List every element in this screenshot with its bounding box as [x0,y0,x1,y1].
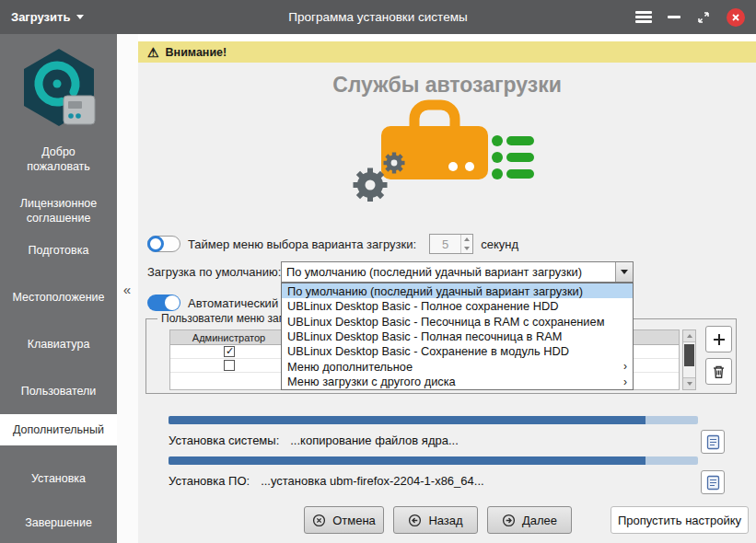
dropdown-option[interactable]: UBLinux Desktop Basic - Песочница в RAM … [282,314,633,329]
default-boot-label: Загрузка по умолчанию: [147,265,281,279]
sidebar-item-keyboard[interactable]: Клавиатура [10,337,107,352]
software-install-status: ...установка ubm-firefox-2204-1-x86_64..… [261,474,484,488]
sidebar-item-additional[interactable]: Дополнительный [0,414,117,445]
spin-down-button[interactable] [461,244,472,253]
admin-column-header: Администратор [170,330,288,344]
autostart-services-illustration [343,98,536,205]
default-boot-combobox[interactable]: По умолчанию (последний удачный вариант … [281,261,634,283]
close-icon [731,13,740,22]
system-install-label: Установка системы: [169,433,279,447]
installer-window: Загрузить Программа установки системы [0,0,756,543]
sidebar-item-preparation[interactable]: Подготовка [10,243,107,258]
system-log-button[interactable] [701,430,725,454]
log-icon [706,434,720,450]
expand-icon [696,10,711,25]
combobox-dropdown-button[interactable] [615,262,633,282]
dropdown-option[interactable]: UBLinux Desktop Basic - Полное сохранени… [282,298,633,313]
window-controls [635,0,745,34]
drive-handle [414,105,455,126]
timer-seconds-value: 5 [430,235,460,253]
toggle-knob [165,295,180,310]
progress-fill [169,416,646,424]
scrollbar-thumb[interactable] [684,344,694,366]
sidebar-collapse-button[interactable]: « [119,280,135,298]
page-title: Службы автозагрузки [138,73,756,98]
progress-fill [169,456,646,465]
warning-banner: ⚠ Внимание! [138,41,756,63]
sidebar-item-users[interactable]: Пользователи [10,384,107,399]
sidebar-item-welcome[interactable]: Добро пожаловать [10,144,107,174]
default-boot-row: Загрузка по умолчанию: [147,261,281,282]
admin-checkbox-checked[interactable] [224,346,235,357]
sidebar-item-install[interactable]: Установка [10,471,107,486]
sidebar-item-location[interactable]: Местоположение [10,290,107,305]
back-button[interactable]: Назад [393,506,478,534]
boot-timer-label: Таймер меню выбора варианта загрузки: [188,237,416,251]
close-button[interactable] [727,8,745,27]
dropdown-option[interactable]: UBLinux Desktop Basic - Полная песочница… [282,329,633,343]
chevron-down-icon [621,270,628,274]
gear-icon [354,168,388,202]
submenu-arrow-icon: › [623,375,627,388]
toggle-knob [147,236,164,252]
log-icon [706,475,720,491]
maximize-button[interactable] [696,10,711,25]
delete-user-button[interactable] [705,358,732,385]
timer-unit-label: секунд [481,237,518,251]
trash-icon [712,364,726,379]
small-gear-icon [384,153,405,174]
add-user-button[interactable] [705,326,732,352]
submenu-arrow-icon: › [623,360,627,373]
software-install-label: Установка ПО: [169,474,250,488]
titlebar: Загрузить Программа установки системы [0,0,756,34]
warning-label: Внимание! [166,46,227,59]
auto-login-toggle[interactable] [147,295,180,311]
dropdown-option[interactable]: По умолчанию (последний удачный вариант … [282,283,633,298]
spin-up-button[interactable] [461,235,472,244]
cancel-button[interactable]: Отмена [304,506,384,534]
timer-seconds-spinbox[interactable]: 5 [429,234,473,254]
table-scrollbar[interactable] [682,329,696,390]
next-arrow-icon [502,514,516,527]
software-log-button[interactable] [701,470,725,494]
admin-checkbox-unchecked[interactable] [224,360,235,371]
dropdown-option[interactable]: UBLinux Desktop Basic - Сохранение в мод… [282,344,633,359]
dropdown-option-submenu[interactable]: Меню загрузки с другого диска› [282,375,633,389]
ublinux-logo [17,47,100,135]
boot-options-dropdown: По умолчанию (последний удачный вариант … [281,283,634,390]
system-install-row: Установка системы: ...копирование файлов… [169,431,693,449]
software-install-progressbar [169,456,698,465]
sidebar-item-license[interactable]: Лицензионное соглашение [10,196,107,225]
sidebar-item-finish[interactable]: Завершение [10,515,107,530]
back-arrow-icon [408,514,422,527]
drive-body [381,126,488,179]
main-panel: ⚠ Внимание! Службы автозагрузки [138,34,756,543]
next-button[interactable]: Далее [487,506,572,534]
system-install-status: ...копирование файлов ядра... [290,433,459,447]
hamburger-menu-button[interactable] [635,11,652,23]
warning-icon: ⚠ [147,46,159,59]
combobox-selected-value: По умолчанию (последний удачный вариант … [282,265,615,279]
software-install-row: Установка ПО: ...установка ubm-firefox-2… [169,471,693,490]
boot-timer-toggle[interactable] [147,236,180,252]
scroll-up-button[interactable] [683,330,695,342]
skip-settings-button[interactable]: Пропустить настройку [611,506,749,534]
plus-icon [713,333,726,346]
dropdown-option-submenu[interactable]: Меню дополнительное› [282,359,633,374]
boot-list-icon [492,135,534,179]
minimize-button[interactable] [668,16,680,18]
boot-timer-row: Таймер меню выбора варианта загрузки: 5 … [147,233,518,255]
cancel-icon [312,514,326,527]
system-install-progressbar [169,416,698,424]
scroll-down-button[interactable] [683,377,695,389]
sidebar: Добро пожаловать Лицензионное соглашение… [0,34,117,543]
